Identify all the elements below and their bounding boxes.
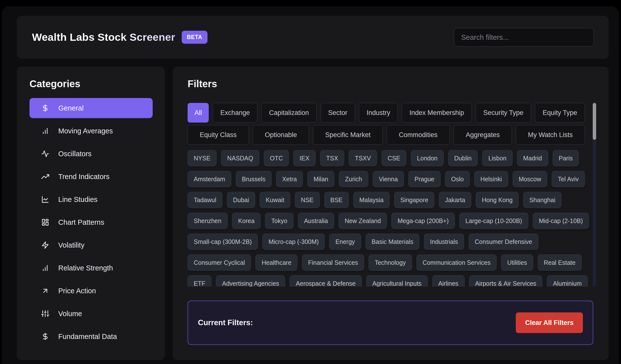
filter-tab-capitalization[interactable]: Capitalization [261, 103, 316, 123]
filter-chip-kuwait[interactable]: Kuwait [259, 192, 290, 208]
filter-chip-moscow[interactable]: Moscow [513, 171, 548, 187]
filter-tab-industry[interactable]: Industry [359, 103, 398, 123]
filter-chip-tsx[interactable]: TSX [320, 150, 345, 166]
filter-chip-small-cap-300m-2b[interactable]: Small-cap (300M-2B) [188, 233, 258, 250]
filter-chip-tadawul[interactable]: Tadawul [188, 192, 223, 208]
filter-chip-brussels[interactable]: Brussels [236, 171, 272, 187]
bar-chart-icon [41, 127, 49, 135]
filter-chip-advertising-agencies[interactable]: Advertising Agencies [216, 275, 285, 287]
filter-chip-lisbon[interactable]: Lisbon [482, 150, 513, 166]
sidebar-item-label: Trend Indicators [58, 173, 109, 181]
filter-chip-australia[interactable]: Australia [298, 213, 334, 229]
filter-chip-milan[interactable]: Milan [307, 171, 334, 187]
filter-chip-tsxv[interactable]: TSXV [349, 150, 377, 166]
arrow-up-right-icon [41, 287, 49, 295]
filter-chip-mid-cap-2-10b[interactable]: Mid-cap (2-10B) [533, 213, 589, 229]
filter-tab-index-membership[interactable]: Index Membership [402, 103, 471, 123]
filter-chip-madrid[interactable]: Madrid [517, 150, 548, 166]
filter-chip-new-zealand[interactable]: New Zealand [339, 213, 387, 229]
filters-scrollbar-track[interactable] [593, 103, 596, 287]
sidebar-item-oscillators[interactable]: Oscillators [30, 144, 153, 164]
filter-chip-consumer-defensive[interactable]: Consumer Defensive [468, 233, 538, 250]
category-list: GeneralMoving AveragesOscillatorsTrend I… [30, 98, 153, 349]
filter-tab-aggregates[interactable]: Aggregates [454, 125, 512, 145]
filter-chip-amsterdam[interactable]: Amsterdam [188, 171, 231, 187]
sidebar-item-volume[interactable]: Volume [30, 304, 153, 324]
filter-chip-vienna[interactable]: Vienna [373, 171, 404, 187]
filters-heading: Filters [188, 78, 217, 89]
filter-tab-exchange[interactable]: Exchange [213, 103, 258, 123]
clear-all-filters-button[interactable]: Clear All Filters [516, 313, 583, 333]
filter-tab-equity-class[interactable]: Equity Class [188, 125, 249, 145]
filter-chip-row: ETFAdvertising AgenciesAerospace & Defen… [188, 275, 585, 287]
filter-chip-otc[interactable]: OTC [264, 150, 289, 166]
sidebar-item-general[interactable]: General [30, 98, 153, 118]
filter-chip-mega-cap-200b[interactable]: Mega-cap (200B+) [391, 213, 455, 229]
filter-chip-row: Small-cap (300M-2B)Micro-cap (-300M)Ener… [188, 233, 585, 250]
filter-chip-dubai[interactable]: Dubai [227, 192, 255, 208]
filter-chip-communication-services[interactable]: Communication Services [416, 254, 497, 271]
filter-chip-singapore[interactable]: Singapore [394, 192, 434, 208]
filter-tab-all[interactable]: All [188, 103, 209, 123]
filter-chip-industrials[interactable]: Industrials [424, 233, 464, 250]
filter-chip-oslo[interactable]: Oslo [445, 171, 470, 187]
filter-chip-malaysia[interactable]: Malaysia [353, 192, 390, 208]
filter-tab-optionable[interactable]: Optionable [253, 125, 309, 145]
filter-chip-xetra[interactable]: Xetra [276, 171, 303, 187]
filter-chip-nasdaq[interactable]: NASDAQ [221, 150, 259, 166]
sidebar-item-moving-averages[interactable]: Moving Averages [30, 121, 153, 141]
filter-chip-airlines[interactable]: Airlines [432, 275, 465, 287]
sidebar-item-volatility[interactable]: Volatility [30, 235, 153, 255]
filter-chip-real-estate[interactable]: Real Estate [538, 254, 582, 271]
filter-chip-tokyo[interactable]: Tokyo [265, 213, 293, 229]
filter-tab-sector[interactable]: Sector [321, 103, 355, 123]
filter-chip-hong-kong[interactable]: Hong Kong [476, 192, 519, 208]
filter-chip-consumer-cyclical[interactable]: Consumer Cyclical [188, 254, 251, 271]
sidebar-item-fundamental-data[interactable]: Fundamental Data [30, 326, 153, 347]
sidebar-item-price-action[interactable]: Price Action [30, 281, 153, 301]
filter-chip-basic-materials[interactable]: Basic Materials [365, 233, 420, 250]
filter-chip-etf[interactable]: ETF [188, 275, 211, 287]
filter-chip-technology[interactable]: Technology [368, 254, 412, 271]
filter-chip-aluminium[interactable]: Aluminium [547, 275, 588, 287]
filter-chip-energy[interactable]: Energy [329, 233, 361, 250]
filter-chip-bse[interactable]: BSE [324, 192, 349, 208]
search-input[interactable] [454, 28, 594, 47]
bar-chart-icon [41, 264, 49, 272]
filter-chip-agricultural-inputs[interactable]: Agricultural Inputs [366, 275, 428, 287]
filter-chip-zurich[interactable]: Zurich [339, 171, 368, 187]
sidebar-item-chart-patterns[interactable]: Chart Patterns [30, 212, 153, 232]
filter-chip-iex[interactable]: IEX [293, 150, 315, 166]
filter-chip-paris[interactable]: Paris [553, 150, 579, 166]
filter-chip-financial-services[interactable]: Financial Services [302, 254, 364, 271]
filter-chip-healthcare[interactable]: Healthcare [256, 254, 297, 271]
filters-scrollbar-thumb[interactable] [593, 103, 596, 140]
sidebar-item-relative-strength[interactable]: Relative Strength [30, 258, 153, 278]
filter-chip-cse[interactable]: CSE [381, 150, 406, 166]
filter-chip-shenzhen[interactable]: Shenzhen [188, 213, 228, 229]
filter-chip-micro-cap-300m[interactable]: Micro-cap (-300M) [262, 233, 325, 250]
filter-tab-equity-type[interactable]: Equity Type [535, 103, 585, 123]
filter-chip-korea[interactable]: Korea [232, 213, 261, 229]
filter-tab-security-type[interactable]: Security Type [476, 103, 531, 123]
filter-chip-jakarta[interactable]: Jakarta [439, 192, 471, 208]
sidebar-item-line-studies[interactable]: Line Studies [30, 189, 153, 210]
filter-chip-shanghai[interactable]: Shanghai [523, 192, 562, 208]
filter-chip-nse[interactable]: NSE [295, 192, 320, 208]
filter-chip-helsinki[interactable]: Helsinki [474, 171, 508, 187]
filter-tab-specific-market[interactable]: Specific Market [313, 125, 382, 145]
filter-tab-commodities[interactable]: Commodities [387, 125, 450, 145]
filter-tab-my-watch-lists[interactable]: My Watch Lists [516, 125, 585, 145]
filter-chip-aerospace-defense[interactable]: Aerospace & Defense [290, 275, 362, 287]
filter-chip-prague[interactable]: Prague [408, 171, 441, 187]
filter-chip-london[interactable]: London [411, 150, 444, 166]
filter-chip-airports-air-services[interactable]: Airports & Air Services [469, 275, 543, 287]
filters-scroll-area[interactable]: AllExchangeCapitalizationSectorIndustryI… [188, 103, 596, 287]
filter-chip-dublin[interactable]: Dublin [448, 150, 478, 166]
sidebar-item-trend-indicators[interactable]: Trend Indicators [30, 166, 153, 187]
filter-chip-utilities[interactable]: Utilities [501, 254, 533, 271]
filter-chip-large-cap-10-200b[interactable]: Large-cap (10-200B) [459, 213, 528, 229]
filter-chip-tel-aviv[interactable]: Tel Aviv [552, 171, 585, 187]
filter-chip-nyse[interactable]: NYSE [188, 150, 217, 166]
filter-tab-rows: AllExchangeCapitalizationSectorIndustryI… [188, 103, 585, 145]
